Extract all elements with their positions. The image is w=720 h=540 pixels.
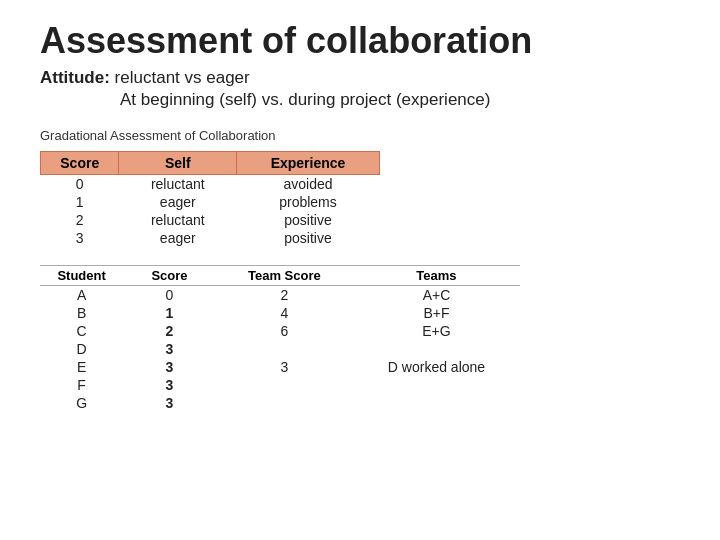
main-title: Assessment of collaboration — [40, 20, 680, 62]
table-row: 3eagerpositive — [41, 229, 380, 247]
student-header-teams: Teams — [353, 266, 520, 286]
table-cell: 3 — [123, 394, 216, 412]
table-cell: 3 — [123, 340, 216, 358]
student-table: Student Score Team Score Teams A02A+CB14… — [40, 265, 520, 412]
table-row: 2reluctantpositive — [41, 211, 380, 229]
table-cell: 2 — [41, 211, 119, 229]
grad-table: Score Self Experience 0reluctantavoided1… — [40, 151, 380, 247]
table-cell: G — [40, 394, 123, 412]
table-row: G3 — [40, 394, 520, 412]
student-header-teamscore: Team Score — [216, 266, 353, 286]
table-cell: 3 — [41, 229, 119, 247]
table-row: 0reluctantavoided — [41, 175, 380, 194]
student-table-wrap: Student Score Team Score Teams A02A+CB14… — [40, 265, 680, 412]
table-cell — [353, 376, 520, 394]
table-row: A02A+C — [40, 286, 520, 305]
table-cell: D — [40, 340, 123, 358]
table-row: B14B+F — [40, 304, 520, 322]
table-cell: 4 — [216, 304, 353, 322]
table-cell: 3 — [123, 358, 216, 376]
table-cell: A — [40, 286, 123, 305]
table-cell: A+C — [353, 286, 520, 305]
table-cell: E+G — [353, 322, 520, 340]
table-cell: 3 — [123, 376, 216, 394]
table-cell: 6 — [216, 322, 353, 340]
student-header-score: Score — [123, 266, 216, 286]
table-row: C26E+G — [40, 322, 520, 340]
table-row: E33D worked alone — [40, 358, 520, 376]
table-cell: D worked alone — [353, 358, 520, 376]
table-cell: problems — [237, 193, 380, 211]
table-cell — [216, 376, 353, 394]
grad-header-score: Score — [41, 152, 119, 175]
table-cell: B+F — [353, 304, 520, 322]
student-header-student: Student — [40, 266, 123, 286]
table-cell: 2 — [216, 286, 353, 305]
table-cell: eager — [119, 193, 237, 211]
attitude-label: Attitude: — [40, 68, 110, 87]
table-cell: 0 — [41, 175, 119, 194]
attitude-line: Attitude: reluctant vs eager — [40, 68, 680, 88]
table-cell: 2 — [123, 322, 216, 340]
table-cell: B — [40, 304, 123, 322]
table-row: 1eagerproblems — [41, 193, 380, 211]
grad-header-self: Self — [119, 152, 237, 175]
table-cell: positive — [237, 211, 380, 229]
table-cell: avoided — [237, 175, 380, 194]
table-cell: E — [40, 358, 123, 376]
table-cell: C — [40, 322, 123, 340]
table-cell: 1 — [123, 304, 216, 322]
section-title: Gradational Assessment of Collaboration — [40, 128, 680, 143]
grad-table-wrap: Score Self Experience 0reluctantavoided1… — [40, 151, 680, 247]
table-cell — [353, 394, 520, 412]
table-cell — [216, 340, 353, 358]
table-cell: 3 — [216, 358, 353, 376]
table-cell: F — [40, 376, 123, 394]
table-cell: eager — [119, 229, 237, 247]
table-cell: reluctant — [119, 175, 237, 194]
table-cell: 1 — [41, 193, 119, 211]
attitude-value: reluctant vs eager — [115, 68, 250, 87]
grad-header-experience: Experience — [237, 152, 380, 175]
table-cell — [216, 394, 353, 412]
table-cell: positive — [237, 229, 380, 247]
beginning-line: At beginning (self) vs. during project (… — [120, 90, 680, 110]
table-row: F3 — [40, 376, 520, 394]
page: Assessment of collaboration Attitude: re… — [0, 0, 720, 540]
table-cell: 0 — [123, 286, 216, 305]
table-cell: reluctant — [119, 211, 237, 229]
table-row: D3 — [40, 340, 520, 358]
table-cell — [353, 340, 520, 358]
